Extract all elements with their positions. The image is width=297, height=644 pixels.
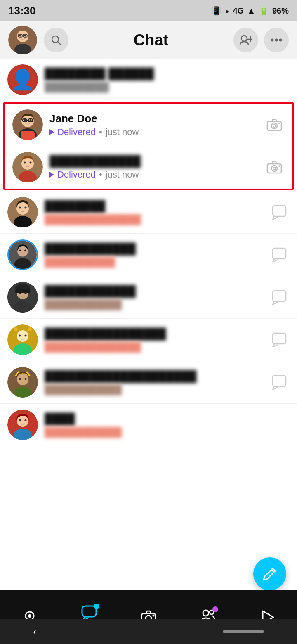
chat-info: ████████████ Delivered • just now [50, 155, 264, 180]
more-icon [270, 38, 283, 42]
message-preview: ████████████ [45, 299, 269, 310]
status-time: 13:30 [8, 5, 36, 17]
person-silhouette: 👤 [10, 68, 35, 91]
bitmoji [12, 152, 43, 182]
svg-point-78 [19, 419, 21, 421]
bitmoji [9, 239, 37, 270]
svg-point-55 [19, 292, 21, 294]
svg-point-72 [19, 378, 21, 380]
chat-info: ████████████ ███████████ [45, 242, 269, 268]
chat-info: ████ ████████████ [45, 412, 290, 438]
avatar: 👤 [7, 64, 38, 95]
contact-name: ████ [45, 412, 290, 425]
svg-point-56 [25, 292, 27, 294]
camera-icon [266, 161, 282, 174]
bitmoji [7, 367, 38, 398]
svg-point-28 [278, 123, 280, 124]
network-icon: 4G [233, 6, 244, 16]
vibrate-icon: 📳 [211, 6, 222, 16]
message-action[interactable] [269, 375, 290, 390]
back-button[interactable]: ‹ [33, 626, 36, 637]
message-preview: ████████████ [45, 384, 269, 395]
chat-item[interactable]: ████████████████ ███████████████ [0, 319, 297, 361]
more-options-button[interactable] [264, 28, 289, 52]
message-preview: ███████████████ [45, 214, 269, 225]
delivery-status: Delivered • just now [50, 169, 264, 180]
message-action[interactable] [269, 332, 290, 347]
chat-info: ████████████████████ ████████████ [45, 370, 269, 395]
chat-item[interactable]: ████ ████████████ [0, 404, 297, 446]
bluetooth-icon: ⬥ [225, 7, 229, 15]
delivered-arrow [50, 172, 54, 178]
delivered-text: Delivered [57, 169, 96, 180]
svg-point-73 [25, 378, 27, 380]
battery-icon: 🔋 [259, 6, 269, 16]
message-preview: ███████████████ [45, 342, 269, 353]
svg-line-9 [58, 42, 61, 45]
user-avatar[interactable] [8, 26, 37, 54]
time-label: just now [106, 127, 139, 137]
svg-point-37 [278, 165, 280, 167]
new-chat-fab[interactable] [253, 557, 286, 590]
svg-point-20 [30, 119, 32, 121]
svg-point-35 [271, 166, 277, 171]
svg-point-76 [17, 415, 28, 427]
search-icon [50, 34, 62, 46]
avatar [7, 282, 38, 313]
jane-doe-bitmoji [12, 109, 43, 140]
svg-point-1 [17, 31, 28, 42]
chat-item-jane-doe[interactable]: Jane Doe Delivered • just now [5, 104, 292, 146]
chat-item[interactable]: ████████████ ████████████ [0, 276, 297, 319]
separator: • [99, 169, 102, 180]
signal-icon: ▲ [247, 6, 255, 16]
svg-point-47 [19, 250, 21, 252]
svg-point-26 [271, 123, 277, 129]
chat-item[interactable]: ████████████████████ ████████████ [0, 361, 297, 404]
contact-name: ████████████ [50, 155, 264, 168]
svg-point-41 [19, 207, 21, 209]
chat-info: ████████████████ ███████████████ [45, 327, 269, 353]
chat-item[interactable]: 👤 ████████ ██████ ██████████ [0, 59, 297, 101]
chat-item[interactable]: ████████ ███████████████ [0, 191, 297, 234]
svg-rect-43 [273, 206, 286, 216]
chat-info: ████████ ███████████████ [45, 200, 269, 225]
svg-point-46 [14, 258, 31, 270]
svg-point-79 [25, 419, 27, 421]
camera-action[interactable] [264, 161, 285, 174]
contact-name: ████████████ [45, 285, 269, 298]
contact-name: ████████████ [45, 242, 269, 255]
message-action[interactable] [269, 247, 290, 262]
delivered-text: Delivered [57, 127, 96, 137]
chat-list: 👤 ████████ ██████ ██████████ [0, 59, 297, 446]
search-button[interactable] [44, 28, 68, 52]
avatar [7, 367, 38, 398]
svg-point-39 [16, 202, 29, 215]
add-friend-button[interactable] [233, 28, 258, 52]
camera-action[interactable] [264, 118, 285, 131]
svg-point-69 [17, 374, 28, 385]
bitmoji [7, 197, 38, 227]
svg-rect-74 [273, 376, 286, 386]
chat-info: ████████████ ████████████ [45, 285, 269, 310]
chat-item[interactable]: ████████████ ███████████ [0, 234, 297, 276]
bitmoji [7, 282, 38, 313]
message-action[interactable] [269, 290, 290, 305]
message-preview: ███████████ [45, 257, 269, 268]
svg-point-4 [24, 35, 26, 37]
svg-point-13 [271, 39, 274, 42]
status-icons: 📳 ⬥ 4G ▲ 🔋 96% [211, 6, 289, 16]
delivered-arrow [50, 129, 54, 135]
svg-point-32 [24, 162, 26, 164]
message-icon [272, 290, 287, 305]
message-icon [272, 375, 287, 390]
chat-item[interactable]: ████████████ Delivered • just now [5, 146, 292, 189]
message-preview: ██████████ [45, 82, 290, 92]
contact-name: ████████████████ [45, 327, 269, 340]
svg-point-65 [19, 335, 21, 337]
system-nav: ‹ [0, 619, 297, 644]
svg-point-85 [153, 615, 155, 617]
message-action[interactable] [269, 205, 290, 220]
svg-rect-53 [15, 289, 30, 293]
home-pill[interactable] [223, 630, 264, 633]
avatar [12, 152, 43, 182]
